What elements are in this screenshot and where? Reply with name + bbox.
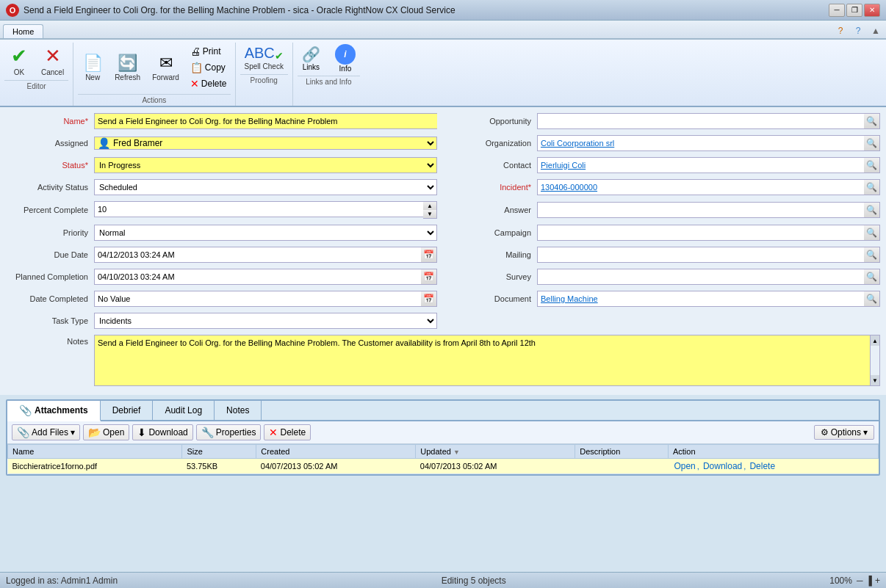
- info-button[interactable]: i Info: [331, 43, 360, 74]
- percent-spin-buttons: ▲ ▼: [423, 201, 437, 219]
- cancel-label: Cancel: [41, 68, 64, 76]
- percent-up-button[interactable]: ▲: [423, 202, 436, 210]
- help-icon[interactable]: ?: [833, 23, 848, 38]
- due-date-calendar-button[interactable]: 📅: [421, 247, 437, 263]
- tab-home[interactable]: Home: [3, 24, 43, 38]
- campaign-search-button[interactable]: 🔍: [864, 225, 880, 241]
- add-files-icon: 📎: [17, 427, 29, 438]
- col-size: Size: [182, 445, 256, 459]
- document-input[interactable]: [537, 291, 864, 307]
- survey-row: Survey 🔍: [449, 269, 880, 285]
- tab-audit-log[interactable]: Audit Log: [153, 401, 215, 420]
- name-input[interactable]: [94, 113, 437, 129]
- scroll-up-button[interactable]: ▲: [871, 335, 879, 346]
- planned-completion-label: Planned Completion: [6, 272, 94, 281]
- editing-status: Editing 5 objects: [442, 576, 506, 586]
- add-files-button[interactable]: 📎 Add Files ▾: [12, 424, 80, 440]
- refresh-button[interactable]: 🔄 Refresh: [110, 51, 145, 84]
- document-row: Document 🔍: [449, 291, 880, 307]
- date-completed-row: Date Completed 📅: [6, 291, 437, 307]
- task-type-select[interactable]: Incidents: [94, 313, 437, 329]
- properties-button[interactable]: 🔧 Properties: [196, 424, 262, 440]
- open-file-link[interactable]: Open: [674, 461, 695, 471]
- assigned-dropdown[interactable]: ▾: [423, 137, 436, 149]
- open-attachment-button[interactable]: 📂 Open: [83, 424, 129, 440]
- tab-debrief[interactable]: Debrief: [101, 401, 154, 420]
- delete-attachment-button[interactable]: ✕ Delete: [264, 424, 311, 440]
- proofing-section-label: Proofing: [240, 74, 288, 86]
- opportunity-search-button[interactable]: 🔍: [864, 113, 880, 129]
- links-button[interactable]: 🔗 Links: [298, 44, 325, 73]
- help-link-icon[interactable]: ?: [851, 23, 865, 38]
- contact-search-button[interactable]: 🔍: [864, 157, 880, 173]
- ribbon-actions-section: 📄 New 🔄 Refresh ✉ Forward 🖨 Print 📋 Copy: [73, 43, 235, 106]
- percent-down-button[interactable]: ▼: [423, 210, 436, 218]
- task-type-label: Task Type: [6, 316, 94, 325]
- organization-input-wrap: 🔍: [537, 135, 880, 151]
- zoom-in-button[interactable]: +: [875, 576, 880, 586]
- scroll-down-button[interactable]: ▼: [871, 375, 879, 385]
- ok-button[interactable]: ✔ OK: [4, 43, 34, 79]
- print-button[interactable]: 🖨 Print: [187, 44, 231, 59]
- survey-label: Survey: [449, 272, 537, 281]
- contact-input[interactable]: [537, 157, 864, 173]
- zoom-out-button[interactable]: ─: [857, 576, 863, 586]
- download-file-link[interactable]: Download: [703, 461, 742, 471]
- opportunity-input[interactable]: [537, 113, 864, 129]
- planned-completion-input[interactable]: [94, 269, 421, 285]
- collapse-icon[interactable]: ▲: [868, 23, 883, 38]
- mailing-search-button[interactable]: 🔍: [864, 247, 880, 263]
- activity-status-select[interactable]: Scheduled: [94, 179, 437, 195]
- cancel-button[interactable]: ✕ Cancel: [37, 43, 68, 79]
- name-input-wrap: [94, 113, 437, 129]
- contact-input-wrap: 🔍: [537, 157, 880, 173]
- download-icon: ⬇: [137, 427, 146, 438]
- due-date-wrap: 📅: [94, 247, 437, 263]
- document-search-button[interactable]: 🔍: [864, 291, 880, 307]
- delete-file-link[interactable]: Delete: [749, 461, 775, 471]
- close-button[interactable]: ✕: [864, 4, 880, 17]
- minimize-button[interactable]: ─: [829, 4, 845, 17]
- delete-button[interactable]: ✕ Delete: [187, 76, 231, 91]
- tab-attachments[interactable]: 📎 Attachments: [7, 401, 101, 421]
- file-name: Bicchieratrice1forno.pdf: [8, 459, 182, 474]
- notes-scrollbar[interactable]: ▲ ▼: [870, 335, 880, 386]
- answer-input-wrap: 🔍: [537, 202, 880, 218]
- incident-search-button[interactable]: 🔍: [864, 179, 880, 195]
- refresh-icon: 🔄: [118, 54, 137, 73]
- status-select[interactable]: In Progress: [94, 157, 437, 173]
- col-created: Created: [256, 445, 416, 459]
- zoom-slider[interactable]: ▐: [865, 576, 872, 586]
- percent-complete-input[interactable]: [94, 201, 423, 217]
- survey-input[interactable]: [537, 269, 864, 285]
- incident-input[interactable]: [537, 179, 864, 195]
- due-date-input[interactable]: [94, 247, 421, 263]
- delete-icon: ✕: [190, 78, 199, 90]
- planned-completion-calendar-button[interactable]: 📅: [421, 269, 437, 285]
- tab-notes[interactable]: Notes: [215, 401, 262, 420]
- restore-button[interactable]: ❐: [846, 4, 862, 17]
- properties-label: Properties: [216, 427, 256, 438]
- organization-search-button[interactable]: 🔍: [864, 135, 880, 151]
- new-button[interactable]: 📄 New: [78, 51, 107, 84]
- cancel-icon: ✕: [45, 45, 61, 68]
- survey-search-button[interactable]: 🔍: [864, 269, 880, 285]
- incident-row: Incident* 🔍: [449, 179, 880, 195]
- window-controls[interactable]: ─ ❐ ✕: [829, 4, 880, 17]
- percent-complete-label: Percent Complete: [6, 206, 94, 214]
- copy-button[interactable]: 📋 Copy: [187, 60, 231, 75]
- date-completed-calendar-button[interactable]: 📅: [421, 291, 437, 307]
- download-attachment-button[interactable]: ⬇ Download: [132, 424, 192, 440]
- spell-check-button[interactable]: ABC✔ Spell Check: [240, 43, 288, 73]
- options-button[interactable]: ⚙ Options ▾: [814, 425, 874, 440]
- notes-text-area[interactable]: Send a Field Engineer to Coli Org. for t…: [94, 335, 870, 386]
- answer-search-button[interactable]: 🔍: [864, 202, 880, 218]
- priority-select[interactable]: Normal: [94, 225, 437, 241]
- mailing-input[interactable]: [537, 247, 864, 263]
- organization-input[interactable]: [537, 135, 864, 151]
- campaign-input[interactable]: [537, 225, 864, 241]
- activity-status-label: Activity Status: [6, 183, 94, 192]
- answer-input[interactable]: [537, 202, 864, 218]
- date-completed-input[interactable]: [94, 291, 421, 307]
- forward-button[interactable]: ✉ Forward: [148, 51, 184, 84]
